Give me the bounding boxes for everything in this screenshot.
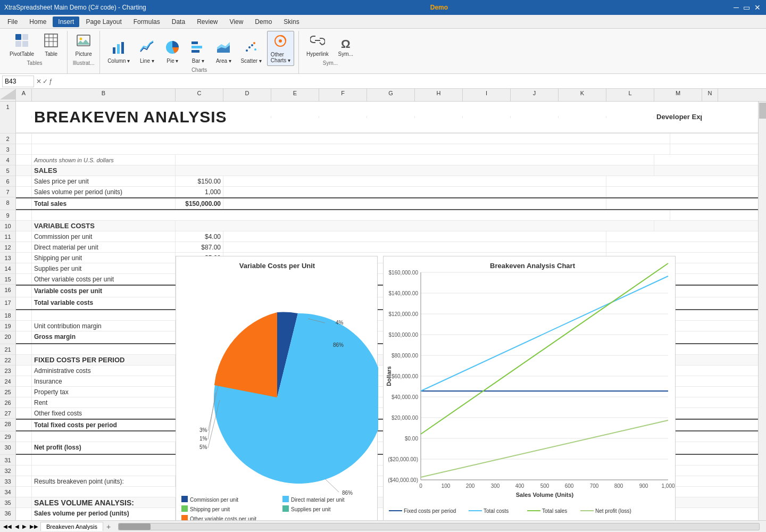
menu-data[interactable]: Data [166, 16, 190, 27]
menu-home[interactable]: Home [24, 16, 52, 27]
cell-b27[interactable]: Other fixed costs [32, 408, 176, 418]
row-num-31[interactable]: 31 [0, 455, 15, 466]
cell-m1[interactable]: Developer Express Inc. [654, 112, 702, 122]
cell-b16[interactable]: Variable costs per unit [32, 286, 176, 297]
row-num-1[interactable]: 1 [0, 102, 15, 134]
row-num-36[interactable]: 36 [0, 508, 15, 520]
cell-b11[interactable]: Commission per unit [32, 231, 176, 242]
cell-b33[interactable]: Results breakeven point (units): [32, 476, 176, 486]
cell-b35[interactable]: SALES VOLUME ANALYSIS: [32, 497, 176, 508]
minimize-button[interactable]: ─ [732, 3, 740, 12]
cell-a13[interactable] [16, 253, 32, 263]
pie-chart-button[interactable]: Pie ▾ [161, 38, 184, 66]
cell-a27[interactable] [16, 408, 32, 418]
cell-c12[interactable]: $87.00 [176, 242, 223, 252]
cell-a5[interactable] [16, 165, 32, 176]
cell-a8[interactable] [16, 198, 32, 209]
cell-b36[interactable]: Sales volume per period (units) [32, 508, 176, 520]
cell-a6[interactable] [16, 176, 32, 186]
row-num-15[interactable]: 15 [0, 274, 15, 285]
bar-chart-button[interactable]: Bar ▾ [186, 38, 210, 66]
cell-a4[interactable] [16, 155, 32, 165]
cell-b1[interactable]: BREAKEVEN ANALYSIS [32, 112, 176, 122]
rest9[interactable] [32, 210, 670, 220]
cell-a33[interactable] [16, 476, 32, 486]
row-num-19[interactable]: 19 [0, 321, 15, 331]
cell-a2[interactable] [16, 134, 32, 144]
cell-b2[interactable] [32, 134, 670, 144]
scrollbar-thumb[interactable] [759, 103, 766, 119]
cell-a34[interactable] [16, 487, 32, 497]
menu-view[interactable]: View [224, 16, 249, 27]
row-num-13[interactable]: 13 [0, 253, 15, 263]
cell-b5[interactable]: SALES [32, 165, 176, 176]
cell-a28[interactable] [16, 420, 32, 430]
cell-a23[interactable] [16, 365, 32, 376]
col-header-f[interactable]: F [319, 89, 367, 101]
row-num-7[interactable]: 7 [0, 187, 15, 197]
cell-b15[interactable]: Other variable costs per unit [32, 274, 176, 284]
cell-a16[interactable] [16, 286, 32, 297]
cell-a20[interactable] [16, 331, 32, 343]
cell-a22[interactable] [16, 355, 32, 365]
col-header-e[interactable]: E [271, 89, 319, 101]
cell-b20[interactable]: Gross margin [32, 331, 176, 343]
cell-b8[interactable]: Total sales [32, 198, 176, 209]
cell-a19[interactable] [16, 321, 32, 331]
rest11[interactable] [223, 231, 606, 242]
pivot-table-button[interactable]: PivotTable [6, 31, 37, 59]
row-num-14[interactable]: 14 [0, 263, 15, 274]
col-header-d[interactable]: D [223, 89, 271, 101]
cell-a14[interactable] [16, 263, 32, 273]
cell-b10[interactable]: VARIABLE COSTS [32, 221, 176, 231]
cell-b14[interactable]: Supplies per unit [32, 263, 176, 273]
col-header-a[interactable]: A [16, 89, 32, 101]
row-num-33[interactable]: 33 [0, 476, 15, 487]
row-num-18[interactable]: 18 [0, 310, 15, 321]
cell-a29[interactable] [16, 431, 32, 442]
cell-c5[interactable] [176, 165, 654, 176]
rest6[interactable] [223, 176, 606, 186]
row-num-9[interactable]: 9 [0, 210, 15, 221]
col-header-n[interactable]: N [702, 89, 718, 101]
cell-a11[interactable] [16, 231, 32, 242]
insert-function-icon[interactable]: ƒ [49, 78, 53, 85]
cell-a3[interactable] [16, 144, 32, 154]
row-num-34[interactable]: 34 [0, 487, 15, 497]
scatter-chart-button[interactable]: Scatter ▾ [237, 38, 264, 66]
rest12[interactable] [223, 242, 606, 252]
cell-a32[interactable] [16, 466, 32, 476]
restore-button[interactable]: ▭ [743, 3, 751, 12]
nav-prev-button[interactable]: ◀ [14, 523, 20, 529]
row-num-22[interactable]: 22 [0, 355, 15, 365]
row-num-26[interactable]: 26 [0, 397, 15, 408]
cell-f1[interactable] [319, 116, 367, 118]
menu-insert[interactable]: Insert [53, 16, 79, 27]
row-num-5[interactable]: 5 [0, 165, 15, 176]
cell-b23[interactable]: Administrative costs [32, 365, 176, 376]
horizontal-scrollbar[interactable] [118, 523, 760, 530]
cell-k1[interactable] [559, 116, 606, 118]
cell-a17[interactable] [16, 297, 32, 309]
cell-b30[interactable]: Net profit (loss) [32, 442, 176, 454]
cell-b13[interactable]: Shipping per unit [32, 253, 176, 263]
row-num-6[interactable]: 6 [0, 176, 15, 187]
row-num-35[interactable]: 35 [0, 497, 15, 508]
cell-b6[interactable]: Sales price per unit [32, 176, 176, 186]
menu-page-layout[interactable]: Page Layout [80, 16, 127, 27]
cell-b22[interactable]: FIXED COSTS PER PERIOD [32, 355, 176, 365]
nav-first-button[interactable]: ◀◀ [2, 523, 13, 529]
cell-d1[interactable] [223, 116, 271, 118]
menu-skins[interactable]: Skins [278, 16, 304, 27]
nav-last-button[interactable]: ▶▶ [29, 523, 39, 529]
add-sheet-button[interactable]: + [104, 522, 113, 531]
row-num-28[interactable]: 28 [0, 419, 15, 431]
cell-a18[interactable] [16, 310, 32, 320]
cell-c11[interactable]: $4.00 [176, 231, 223, 242]
row-num-10[interactable]: 10 [0, 221, 15, 231]
col-header-k[interactable]: K [559, 89, 606, 101]
cell-b3[interactable] [32, 144, 670, 154]
row-num-4[interactable]: 4 [0, 155, 15, 165]
symbol-button[interactable]: Ω Sym... [334, 36, 357, 59]
col-header-j[interactable]: J [511, 89, 559, 101]
